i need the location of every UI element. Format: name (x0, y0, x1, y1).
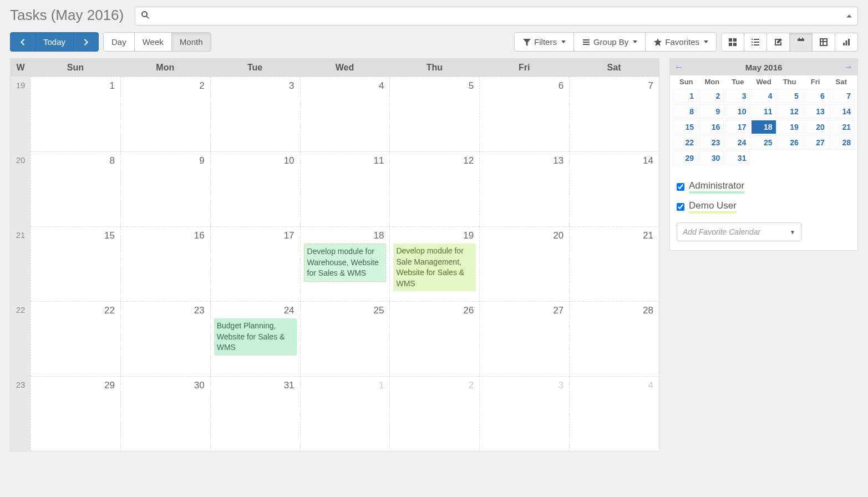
mini-day-cell[interactable]: 11 (751, 104, 776, 119)
day-cell[interactable]: 4 (569, 376, 659, 451)
mini-day-cell[interactable]: 3 (725, 89, 750, 103)
day-cell[interactable]: 10 (210, 151, 300, 226)
day-cell[interactable]: 15 (31, 226, 120, 301)
day-cell[interactable]: 8 (31, 151, 120, 226)
day-cell[interactable]: 4 (300, 77, 390, 151)
day-view-button[interactable]: Day (103, 32, 135, 52)
mini-cal-next[interactable]: → (844, 62, 853, 72)
day-cell[interactable]: 22 (31, 301, 120, 376)
day-cell[interactable]: 2 (120, 77, 210, 151)
month-view-button[interactable]: Month (171, 32, 211, 52)
day-cell[interactable]: 21 (569, 226, 659, 301)
mini-day-cell[interactable]: 17 (725, 120, 750, 134)
day-cell[interactable]: 23 (120, 301, 210, 376)
mini-day-cell[interactable]: 1 (673, 89, 698, 103)
mini-day-cell[interactable]: 29 (673, 151, 698, 165)
day-cell[interactable]: 28 (569, 301, 659, 376)
calendar-view-button[interactable] (789, 33, 813, 52)
day-cell[interactable]: 26 (389, 301, 479, 376)
search-expand-icon[interactable] (846, 15, 852, 18)
mini-day-cell[interactable]: 16 (699, 120, 724, 134)
mini-day-cell[interactable]: 15 (673, 120, 698, 134)
mini-day-cell[interactable]: 27 (804, 135, 829, 150)
mini-day-cell[interactable]: 19 (778, 120, 803, 134)
arrow-right-icon (82, 38, 90, 47)
user-name-label: Demo User (689, 200, 737, 214)
mini-day-cell[interactable]: 6 (804, 89, 829, 103)
mini-cal-prev[interactable]: ← (674, 62, 683, 72)
day-cell[interactable]: 19Develop module for Sale Management, We… (389, 226, 479, 301)
search-input[interactable] (154, 11, 852, 21)
favorites-button[interactable]: Favorites (645, 32, 717, 52)
mini-day-cell[interactable]: 9 (699, 104, 724, 119)
day-cell[interactable]: 7 (569, 77, 659, 151)
mini-day-cell[interactable]: 30 (699, 151, 724, 165)
caret-down-icon (561, 40, 566, 43)
day-cell[interactable]: 11 (300, 151, 390, 226)
mini-day-cell[interactable]: 5 (778, 89, 803, 103)
day-cell[interactable]: 13 (479, 151, 569, 226)
day-cell[interactable]: 20 (479, 226, 569, 301)
day-cell[interactable]: 1 (300, 376, 390, 451)
today-button[interactable]: Today (35, 32, 74, 52)
mini-day-cell[interactable]: 22 (673, 135, 698, 150)
mini-day-cell[interactable]: 12 (778, 104, 803, 119)
day-cell[interactable]: 31 (210, 376, 300, 451)
day-cell[interactable]: 16 (120, 226, 210, 301)
form-view-button[interactable] (767, 33, 790, 52)
mini-day-cell[interactable]: 25 (751, 135, 776, 150)
list-view-button[interactable] (744, 33, 767, 52)
day-cell[interactable]: 6 (479, 77, 569, 151)
day-cell[interactable]: 9 (120, 151, 210, 226)
mini-day-cell[interactable]: 10 (725, 104, 750, 119)
mini-day-cell[interactable]: 26 (778, 135, 803, 150)
day-cell[interactable]: 3 (210, 77, 300, 151)
day-cell[interactable]: 25 (300, 301, 390, 376)
calendar-event[interactable]: Develop module for Sale Management, Webs… (393, 244, 476, 291)
period-switch-group: Day Week Month (103, 32, 211, 52)
day-cell[interactable]: 18Develop module for Warehouse, Website … (300, 226, 390, 301)
day-cell[interactable]: 24Budget Planning, Website for Sales & W… (210, 301, 300, 376)
calendar-event[interactable]: Budget Planning, Website for Sales & WMS (214, 318, 297, 356)
group-by-button[interactable]: Group By (573, 32, 646, 52)
user-checkbox[interactable] (677, 183, 684, 191)
mini-day-cell[interactable]: 18 (751, 120, 776, 134)
day-number: 30 (124, 379, 207, 392)
day-cell[interactable]: 1 (31, 77, 120, 151)
mini-day-cell[interactable]: 21 (830, 120, 855, 134)
week-number: 20 (11, 151, 31, 226)
next-period-button[interactable] (73, 32, 99, 52)
mini-day-cell[interactable]: 14 (830, 104, 855, 119)
day-cell[interactable]: 30 (120, 376, 210, 451)
mini-day-cell[interactable]: 23 (699, 135, 724, 150)
mini-day-cell[interactable]: 7 (830, 89, 855, 103)
day-cell[interactable]: 29 (31, 376, 120, 451)
day-cell[interactable]: 2 (389, 376, 479, 451)
mini-day-cell[interactable]: 20 (804, 120, 829, 134)
calendar-nav-group: Today (10, 32, 99, 52)
mini-day-cell[interactable]: 2 (699, 89, 724, 103)
day-cell[interactable]: 12 (389, 151, 479, 226)
day-cell[interactable]: 17 (210, 226, 300, 301)
mini-day-cell[interactable]: 13 (804, 104, 829, 119)
mini-day-cell[interactable]: 31 (725, 151, 750, 165)
filters-button[interactable]: Filters (514, 32, 574, 52)
fav-placeholder-label: Add Favorite Calendar (683, 227, 760, 236)
day-cell[interactable]: 5 (389, 77, 479, 151)
add-favorite-calendar-select[interactable]: Add Favorite Calendar▼ (677, 222, 801, 241)
mini-day-cell[interactable]: 8 (673, 104, 698, 119)
day-cell[interactable]: 3 (479, 376, 569, 451)
user-checkbox[interactable] (677, 203, 684, 211)
mini-day-cell[interactable]: 24 (725, 135, 750, 150)
day-cell[interactable]: 27 (479, 301, 569, 376)
prev-period-button[interactable] (10, 32, 35, 52)
search-box[interactable] (135, 7, 858, 26)
calendar-event[interactable]: Develop module for Warehouse, Website fo… (304, 244, 387, 282)
graph-view-button[interactable] (835, 33, 858, 52)
kanban-view-button[interactable] (721, 33, 744, 52)
mini-day-cell[interactable]: 4 (751, 89, 776, 103)
mini-day-cell[interactable]: 28 (830, 135, 855, 150)
week-view-button[interactable]: Week (134, 32, 172, 52)
pivot-view-button[interactable] (812, 33, 835, 52)
day-cell[interactable]: 14 (569, 151, 659, 226)
